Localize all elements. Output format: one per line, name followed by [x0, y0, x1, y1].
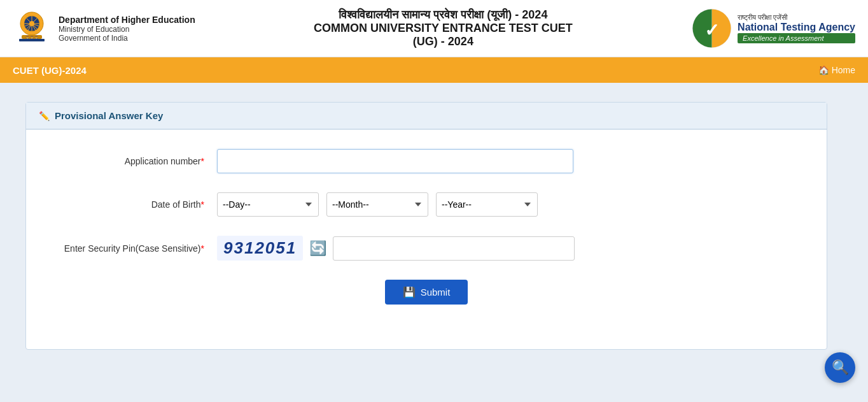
submit-icon: 💾 [403, 286, 416, 298]
form-card: ✏️ Provisional Answer Key Application nu… [25, 102, 827, 350]
nta-text: राष्ट्रीय परीक्षा एजेंसी National Testin… [738, 13, 855, 43]
submit-label: Submit [421, 287, 451, 298]
captcha-area: 9312051 🔄 [217, 236, 575, 261]
home-icon: 🏠 [818, 65, 829, 75]
help-chat-button[interactable]: 🔍 [825, 352, 855, 383]
month-select[interactable]: --Month-- [326, 192, 428, 217]
year-select[interactable]: --Year-- [436, 192, 538, 217]
title-hindi: विश्वविद्यालयीन सामान्य प्रवेश परीक्षा (… [195, 8, 691, 22]
dob-label: Date of Birth* [52, 199, 217, 210]
title-english-line1: COMMON UNIVERSITY ENTRANCE TEST CUET [195, 22, 691, 35]
dept-sub1: Ministry of Education [59, 25, 195, 34]
nta-logo-area: ✓ राष्ट्रीय परीक्षा एजेंसी National Test… [691, 8, 855, 49]
form-section-title: Provisional Answer Key [55, 110, 163, 121]
app-number-label: Application number* [52, 156, 217, 166]
page-title-area: विश्वविद्यालयीन सामान्य प्रवेश परीक्षा (… [195, 8, 691, 48]
form-card-header: ✏️ Provisional Answer Key [26, 103, 827, 129]
security-pin-label: Enter Security Pin(Case Sensitive)* [52, 243, 217, 254]
application-number-input[interactable] [217, 149, 573, 173]
nta-name-text: National Testing Agency [738, 22, 855, 33]
nta-logo-icon: ✓ [691, 8, 732, 49]
captcha-display: 9312051 [217, 236, 303, 261]
main-content: ✏️ Provisional Answer Key Application nu… [0, 83, 868, 369]
security-pin-row: Enter Security Pin(Case Sensitive)* 9312… [52, 236, 801, 261]
dob-row: Date of Birth* --Day-- --Month-- --Year-… [52, 192, 801, 217]
application-number-row: Application number* [52, 149, 801, 173]
home-link[interactable]: 🏠 Home [818, 65, 855, 75]
svg-text:✓: ✓ [704, 20, 719, 40]
title-english-line2: (UG) - 2024 [195, 35, 691, 48]
navbar: CUET (UG)-2024 🏠 Home [0, 57, 868, 83]
dept-name: Department of Higher Education [59, 15, 195, 25]
nta-tagline-text: Excellence in Assessment [738, 33, 855, 43]
captcha-input[interactable] [333, 236, 575, 261]
dept-sub2: Government of India [59, 34, 195, 43]
navbar-brand: CUET (UG)-2024 [13, 65, 87, 76]
page-header: 🦁 🦁 🦁 Department of Higher Education Min… [0, 0, 868, 57]
submit-row: 💾 Submit [52, 280, 801, 305]
dept-info: Department of Higher Education Ministry … [59, 15, 195, 43]
nta-logo: ✓ राष्ट्रीय परीक्षा एजेंसी National Test… [691, 8, 855, 49]
home-label: Home [832, 65, 855, 75]
svg-rect-17 [19, 39, 45, 41]
submit-button[interactable]: 💾 Submit [385, 280, 468, 305]
nta-hindi-text: राष्ट्रीय परीक्षा एजेंसी [738, 13, 855, 22]
day-select[interactable]: --Day-- [217, 192, 319, 217]
refresh-captcha-icon[interactable]: 🔄 [309, 240, 326, 257]
chat-icon: 🔍 [832, 359, 849, 376]
edit-icon: ✏️ [39, 111, 50, 121]
ashoka-emblem-icon: 🦁 🦁 🦁 [13, 10, 51, 48]
form-body: Application number* Date of Birth* --Day… [26, 130, 827, 324]
dept-logo-area: 🦁 🦁 🦁 Department of Higher Education Min… [13, 10, 195, 48]
dob-selects: --Day-- --Month-- --Year-- [217, 192, 538, 217]
